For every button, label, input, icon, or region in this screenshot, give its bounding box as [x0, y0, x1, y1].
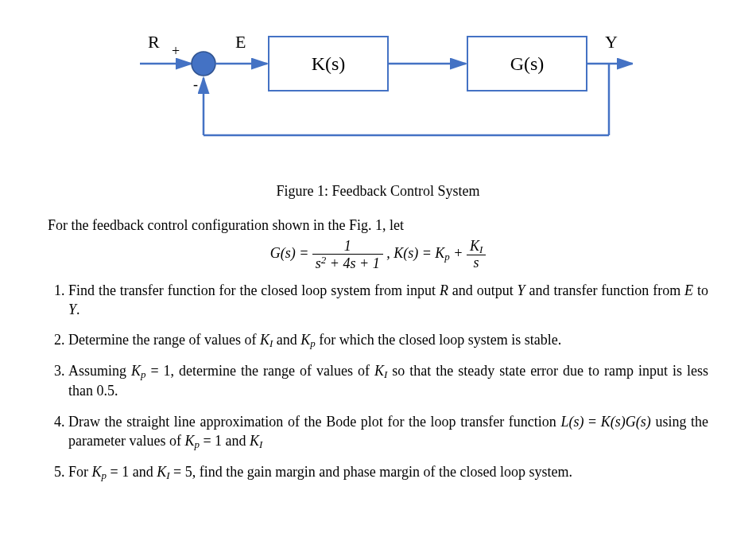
q2-Kp-K: K	[300, 332, 310, 348]
signal-Y: Y	[605, 32, 618, 52]
signal-E: E	[235, 32, 246, 52]
q3-Kp-K: K	[131, 363, 141, 379]
q5-text-c: = 5, find the gain margin and phase marg…	[170, 464, 572, 480]
eq-G-den-rest: + 4s + 1	[326, 255, 379, 271]
q5-Kp-K: K	[92, 464, 102, 480]
q1-Y2: Y	[68, 302, 76, 317]
eq-K-lhs: K(s) = K	[394, 245, 444, 261]
eq-K-plus: +	[453, 245, 467, 261]
q1-Y: Y	[518, 282, 525, 298]
q1-text-b: and output	[448, 282, 518, 298]
q1-text-c: and transfer function from	[525, 282, 684, 298]
q4-text-c: = 1 and	[200, 433, 250, 449]
eq-KI-K: K	[470, 238, 479, 254]
question-1: Find the transfer function for the close…	[68, 281, 708, 320]
q2-text-a: Determine the range of values of	[68, 332, 260, 348]
question-4: Draw the straight line approximation of …	[68, 412, 708, 451]
block-diagram: R + - E K(s) G(s) Y	[48, 24, 708, 167]
q4-KI-I: I	[259, 438, 262, 450]
question-5: For Kp = 1 and KI = 5, find the gain mar…	[68, 462, 708, 482]
question-3: Assuming Kp = 1, determine the range of …	[68, 361, 708, 400]
plus-sign: +	[172, 43, 180, 59]
intro-text: For the feedback control configuration s…	[48, 217, 708, 234]
q3-text-b: = 1, determine the range of values of	[146, 363, 374, 379]
q5-KI-K: K	[157, 464, 166, 480]
q1-R: R	[440, 282, 448, 298]
eq-G-lhs: G(s) =	[270, 245, 312, 261]
block-K-label: K(s)	[311, 53, 345, 74]
q2-KI-K: K	[260, 332, 269, 348]
q5-text-b: = 1 and	[107, 464, 157, 480]
q2-text-c: for which the closed loop system is stab…	[316, 332, 561, 348]
q4-KI-K: K	[250, 433, 259, 449]
summing-junction	[192, 52, 215, 76]
q1-text-e: .	[76, 302, 80, 317]
q3-text-a: Assuming	[68, 363, 131, 379]
question-2: Determine the range of values of KI and …	[68, 330, 708, 350]
eq-KI-den: s	[467, 255, 486, 270]
q2-text-b: and	[273, 332, 300, 348]
eq-KI-sub: I	[479, 243, 483, 255]
q3-KI-K: K	[374, 363, 384, 379]
feedback-diagram-svg: R + - E K(s) G(s) Y	[124, 24, 633, 167]
q4-eq: =	[583, 414, 600, 430]
q1-text-d: to	[693, 282, 708, 298]
question-list: Find the transfer function for the close…	[48, 281, 708, 482]
q1-E: E	[684, 282, 693, 298]
q4-Ls: L(s)	[560, 414, 583, 430]
eq-sep: ,	[386, 245, 394, 261]
minus-sign: -	[193, 76, 198, 92]
equation-definitions: G(s) = 1 s2 + 4s + 1 , K(s) = Kp + KI s	[48, 239, 708, 271]
q4-KsGs: K(s)G(s)	[601, 414, 651, 430]
eq-G-num: 1	[312, 239, 383, 255]
eq-G-den-s: s	[316, 255, 321, 271]
q1-text-a: Find the transfer function for the close…	[68, 282, 440, 298]
q5-text-a: For	[68, 464, 92, 480]
figure-caption: Figure 1: Feedback Control System	[48, 183, 708, 200]
q4-text-a: Draw the straight line approximation of …	[68, 414, 560, 430]
eq-Kp-sub: p	[444, 251, 449, 263]
block-G-label: G(s)	[510, 53, 544, 74]
signal-R: R	[148, 32, 160, 52]
q4-Kp-K: K	[184, 433, 194, 449]
